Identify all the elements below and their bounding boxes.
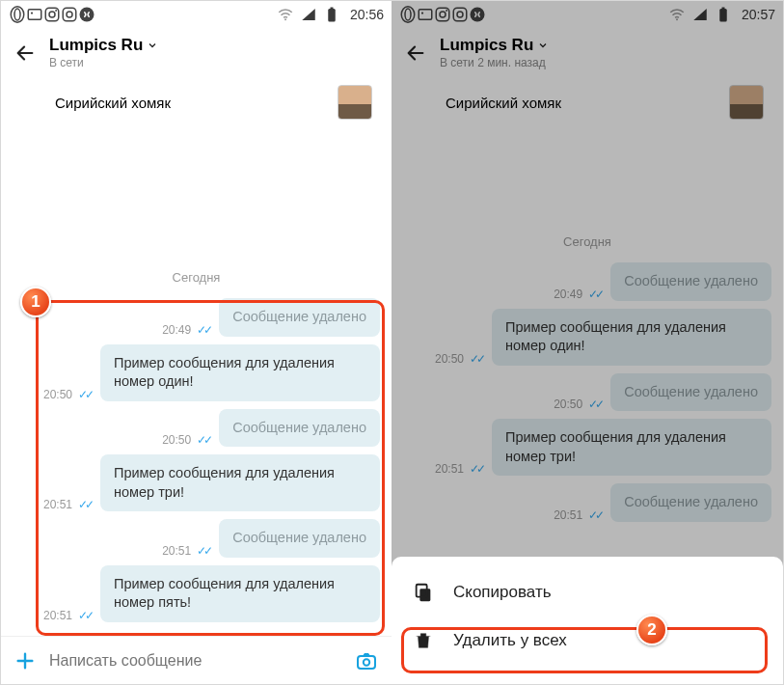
chat-title[interactable]: Lumpics Ru bbox=[49, 36, 158, 55]
msg-time: 20:51 bbox=[162, 544, 191, 558]
day-separator: Сегодня bbox=[403, 234, 771, 249]
msg-time: 20:50 bbox=[162, 433, 191, 447]
callout-badge-2: 2 bbox=[636, 615, 667, 645]
sheet-delete-label: Удалить у всех bbox=[453, 631, 567, 650]
chat-status: В сети 2 мин. назад bbox=[440, 56, 549, 69]
msg-bubble: Пример сообщения для удаления номер пять… bbox=[100, 565, 380, 622]
read-ticks-icon: ✓✓ bbox=[197, 433, 210, 447]
pinned-avatar bbox=[729, 85, 764, 120]
msg-bubble: Сообщение удалено bbox=[219, 409, 380, 448]
camera-icon[interactable] bbox=[355, 649, 378, 672]
messages-area: Сегодня 20:49 ✓✓ Сообщение удалено 20:50… bbox=[1, 253, 392, 636]
status-time: 20:56 bbox=[350, 7, 384, 22]
read-ticks-icon: ✓✓ bbox=[588, 397, 602, 411]
message-row[interactable]: 20:51 ✓✓ Сообщение удалено bbox=[403, 483, 771, 522]
chat-title-text: Lumpics Ru bbox=[49, 36, 143, 55]
sheet-delete[interactable]: Удалить у всех bbox=[392, 616, 783, 665]
pinned-text: Сирийский хомяк bbox=[446, 95, 561, 111]
message-row[interactable]: 20:50 ✓✓ Сообщение удалено bbox=[403, 373, 771, 412]
chat-title[interactable]: Lumpics Ru bbox=[440, 36, 549, 55]
chat-header: Lumpics Ru В сети bbox=[1, 28, 392, 81]
art-icon bbox=[26, 6, 43, 23]
message-row[interactable]: 20:50 ✓✓ Пример сообщения для удаления н… bbox=[13, 344, 380, 401]
message-row[interactable]: 20:50 ✓✓ Пример сообщения для удаления н… bbox=[403, 309, 771, 366]
read-ticks-icon: ✓✓ bbox=[78, 388, 92, 401]
back-icon[interactable] bbox=[14, 42, 36, 64]
wifi-icon bbox=[277, 6, 294, 23]
chevron-down-icon bbox=[147, 40, 158, 51]
svg-point-24 bbox=[471, 8, 485, 22]
read-ticks-icon: ✓✓ bbox=[470, 352, 483, 366]
read-ticks-icon: ✓✓ bbox=[78, 609, 92, 622]
msg-time: 20:51 bbox=[43, 498, 72, 511]
message-row[interactable]: 20:51 ✓✓ Сообщение удалено bbox=[13, 519, 380, 558]
chat-header: Lumpics Ru В сети 2 мин. назад bbox=[392, 28, 783, 81]
svg-point-8 bbox=[67, 12, 72, 17]
status-bar: 20:57 bbox=[392, 1, 783, 28]
svg-point-21 bbox=[446, 10, 447, 12]
wifi-icon bbox=[668, 6, 686, 23]
shazam-icon bbox=[78, 6, 95, 23]
svg-point-6 bbox=[55, 10, 57, 12]
opera-icon bbox=[399, 6, 417, 23]
svg-rect-12 bbox=[330, 8, 333, 10]
action-sheet: Скопировать Удалить у всех bbox=[392, 557, 783, 684]
outline-instagram-icon bbox=[61, 6, 78, 23]
message-row[interactable]: 20:50 ✓✓ Сообщение удалено bbox=[13, 409, 380, 448]
svg-point-16 bbox=[405, 9, 411, 20]
day-separator: Сегодня bbox=[13, 270, 380, 285]
pinned-avatar bbox=[338, 85, 372, 120]
msg-bubble: Сообщение удалено bbox=[610, 373, 771, 412]
trash-icon bbox=[413, 630, 434, 651]
pinned-message[interactable]: Сирийский хомяк bbox=[392, 81, 783, 129]
pinned-message[interactable]: Сирийский хомяк bbox=[1, 81, 392, 129]
svg-point-18 bbox=[421, 12, 423, 14]
svg-point-23 bbox=[457, 12, 463, 17]
pinned-text: Сирийский хомяк bbox=[55, 95, 171, 111]
svg-point-9 bbox=[80, 8, 95, 22]
svg-rect-7 bbox=[63, 8, 76, 21]
signal-icon bbox=[691, 6, 709, 23]
message-row[interactable]: 20:51 ✓✓ Пример сообщения для удаления н… bbox=[13, 565, 380, 622]
svg-rect-28 bbox=[419, 589, 430, 601]
shazam-icon bbox=[469, 6, 486, 23]
svg-rect-11 bbox=[328, 9, 336, 22]
svg-rect-17 bbox=[419, 10, 432, 20]
opera-icon bbox=[9, 6, 26, 23]
attach-icon[interactable] bbox=[14, 650, 36, 671]
status-bar: 20:56 bbox=[1, 1, 392, 28]
sheet-copy-label: Скопировать bbox=[453, 583, 552, 602]
msg-time: 20:50 bbox=[435, 352, 464, 366]
msg-time: 20:49 bbox=[162, 323, 191, 337]
phone-left: 20:56 Lumpics Ru В сети Сирийский хомяк … bbox=[1, 1, 392, 684]
svg-point-20 bbox=[440, 12, 446, 17]
msg-bubble: Сообщение удалено bbox=[610, 262, 771, 301]
message-row[interactable]: 20:51 ✓✓ Пример сообщения для удаления н… bbox=[403, 419, 771, 476]
status-time: 20:57 bbox=[742, 7, 775, 22]
chat-status: В сети bbox=[49, 56, 158, 69]
message-input[interactable] bbox=[49, 652, 341, 670]
svg-point-1 bbox=[14, 9, 20, 20]
message-row[interactable]: 20:49 ✓✓ Сообщение удалено bbox=[13, 298, 380, 337]
svg-rect-13 bbox=[358, 656, 375, 669]
msg-time: 20:51 bbox=[43, 609, 72, 622]
read-ticks-icon: ✓✓ bbox=[78, 498, 92, 511]
svg-point-10 bbox=[284, 18, 286, 20]
sheet-copy[interactable]: Скопировать bbox=[392, 568, 783, 616]
battery-icon bbox=[715, 6, 732, 23]
art-icon bbox=[417, 6, 434, 23]
read-ticks-icon: ✓✓ bbox=[197, 323, 210, 337]
msg-bubble: Сообщение удалено bbox=[219, 519, 380, 558]
msg-bubble: Пример сообщения для удаления номер один… bbox=[100, 344, 380, 401]
message-row[interactable]: 20:49 ✓✓ Сообщение удалено bbox=[403, 262, 771, 301]
phone-right: 20:57 Lumpics Ru В сети 2 мин. назад Сир… bbox=[392, 1, 783, 684]
msg-time: 20:51 bbox=[435, 462, 464, 476]
signal-icon bbox=[300, 6, 317, 23]
svg-point-5 bbox=[49, 12, 55, 17]
back-icon[interactable] bbox=[405, 42, 426, 64]
svg-point-14 bbox=[364, 659, 369, 665]
chat-title-text: Lumpics Ru bbox=[440, 36, 533, 55]
message-row[interactable]: 20:51 ✓✓ Пример сообщения для удаления н… bbox=[13, 454, 380, 511]
battery-icon bbox=[323, 6, 340, 23]
outline-instagram-icon bbox=[451, 6, 469, 23]
